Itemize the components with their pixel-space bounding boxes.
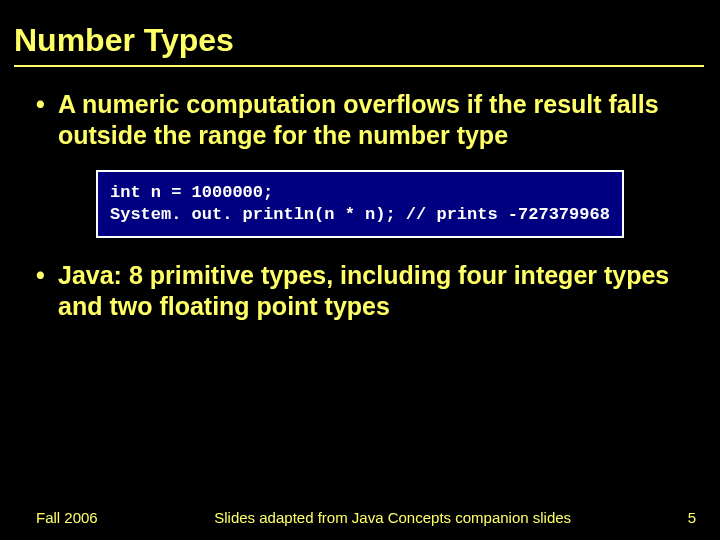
footer: Fall 2006 Slides adapted from Java Conce…: [0, 509, 720, 526]
bullet-dot: •: [36, 89, 58, 120]
code-block: int n = 1000000; System. out. println(n …: [96, 170, 624, 238]
bullet-item: • A numeric computation overflows if the…: [36, 89, 684, 152]
footer-center: Slides adapted from Java Concepts compan…: [98, 509, 688, 526]
slide-title: Number Types: [0, 0, 720, 65]
bullet-dot: •: [36, 260, 58, 291]
footer-left: Fall 2006: [36, 509, 98, 526]
bullet-text: Java: 8 primitive types, including four …: [58, 260, 684, 323]
footer-page-number: 5: [688, 509, 696, 526]
bullet-text: A numeric computation overflows if the r…: [58, 89, 684, 152]
bullet-item: • Java: 8 primitive types, including fou…: [36, 260, 684, 323]
content-area: • A numeric computation overflows if the…: [0, 67, 720, 322]
slide: Number Types • A numeric computation ove…: [0, 0, 720, 540]
